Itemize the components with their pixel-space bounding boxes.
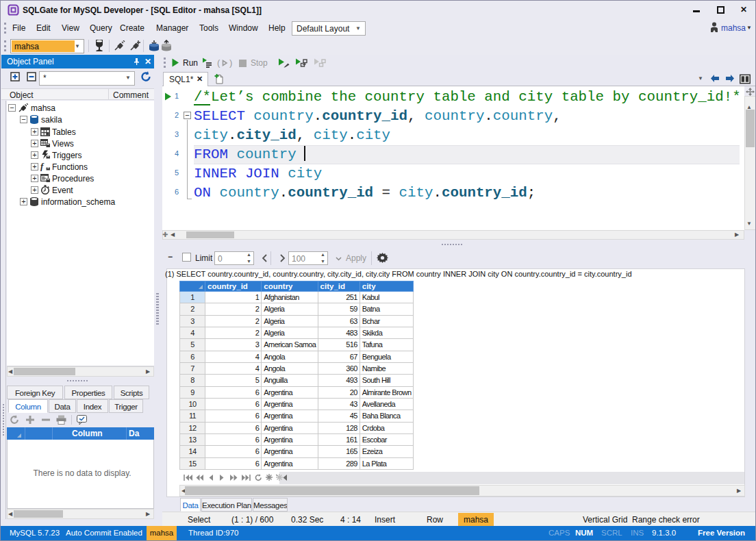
svg-text:f: f — [40, 162, 45, 171]
